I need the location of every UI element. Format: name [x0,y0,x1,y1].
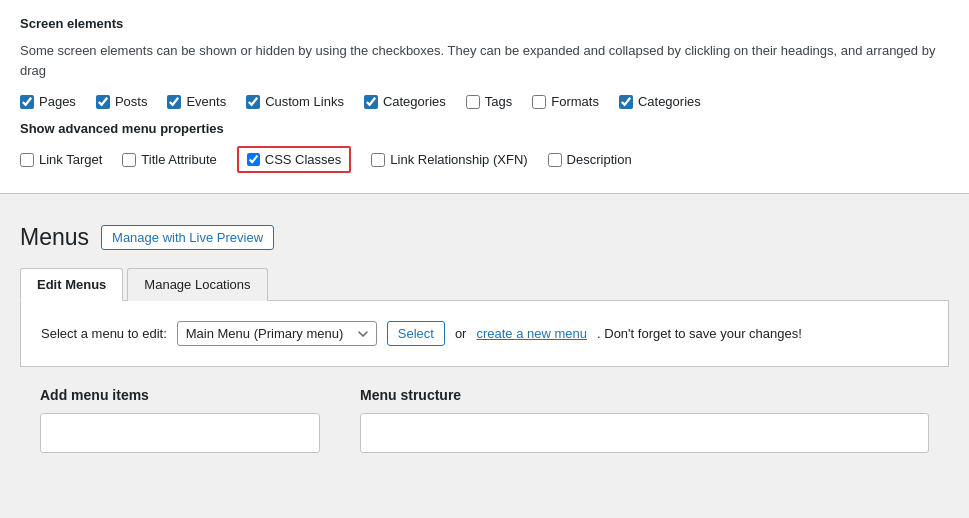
checkbox-link-relationship-input[interactable] [371,153,385,167]
checkbox-formats-input[interactable] [532,95,546,109]
add-menu-items-box [40,413,320,453]
checkbox-custom-links[interactable]: Custom Links [246,94,344,109]
add-menu-items-section: Add menu items [40,387,320,453]
tab-content: Select a menu to edit: Main Menu (Primar… [20,301,949,367]
checkbox-categories2-label: Categories [638,94,701,109]
checkbox-pages[interactable]: Pages [20,94,76,109]
checkbox-tags-input[interactable] [466,95,480,109]
checkbox-description[interactable]: Description [548,152,632,167]
checkbox-link-relationship-label: Link Relationship (XFN) [390,152,527,167]
checkbox-description-input[interactable] [548,153,562,167]
checkbox-posts-input[interactable] [96,95,110,109]
advanced-checkboxes: Link Target Title Attribute CSS Classes … [20,146,949,173]
checkbox-css-classes-input[interactable] [247,153,260,166]
save-reminder-text: . Don't forget to save your changes! [597,326,802,341]
checkbox-tags[interactable]: Tags [466,94,512,109]
main-content: Menus Manage with Live Preview Edit Menu… [0,194,969,473]
checkbox-pages-label: Pages [39,94,76,109]
select-button[interactable]: Select [387,321,445,346]
tab-manage-locations[interactable]: Manage Locations [127,268,267,301]
add-menu-items-title: Add menu items [40,387,320,403]
checkbox-events-input[interactable] [167,95,181,109]
menu-structure-section: Menu structure [360,387,929,453]
checkbox-title-attribute[interactable]: Title Attribute [122,152,216,167]
checkbox-formats-label: Formats [551,94,599,109]
checkbox-title-attribute-input[interactable] [122,153,136,167]
checkbox-posts[interactable]: Posts [96,94,148,109]
checkbox-posts-label: Posts [115,94,148,109]
checkbox-css-classes[interactable]: CSS Classes [237,146,352,173]
screen-elements-checkboxes: Pages Posts Events Custom Links Categori… [20,94,949,109]
create-new-menu-link[interactable]: create a new menu [476,326,587,341]
menu-structure-title: Menu structure [360,387,929,403]
menus-page-title: Menus [20,224,89,251]
checkbox-categories-input[interactable] [364,95,378,109]
checkbox-events[interactable]: Events [167,94,226,109]
checkbox-description-label: Description [567,152,632,167]
checkbox-categories-label: Categories [383,94,446,109]
checkbox-categories[interactable]: Categories [364,94,446,109]
checkbox-custom-links-input[interactable] [246,95,260,109]
checkbox-events-label: Events [186,94,226,109]
select-menu-label: Select a menu to edit: [41,326,167,341]
menu-select-dropdown[interactable]: Main Menu (Primary menu) [177,321,377,346]
checkbox-tags-label: Tags [485,94,512,109]
checkbox-link-target-input[interactable] [20,153,34,167]
screen-options-panel: Screen elements Some screen elements can… [0,0,969,194]
bottom-section: Add menu items Menu structure [20,367,949,473]
select-or-text: or [455,326,467,341]
tab-edit-menus[interactable]: Edit Menus [20,268,123,301]
checkbox-pages-input[interactable] [20,95,34,109]
screen-options-description: Some screen elements can be shown or hid… [20,41,949,80]
checkbox-categories2-input[interactable] [619,95,633,109]
checkbox-css-classes-label: CSS Classes [265,152,342,167]
advanced-menu-title: Show advanced menu properties [20,121,949,136]
manage-live-preview-button[interactable]: Manage with Live Preview [101,225,274,250]
checkbox-link-target[interactable]: Link Target [20,152,102,167]
checkbox-title-attribute-label: Title Attribute [141,152,216,167]
menus-tabs: Edit Menus Manage Locations [20,267,949,301]
checkbox-custom-links-label: Custom Links [265,94,344,109]
menu-structure-box [360,413,929,453]
checkbox-link-relationship[interactable]: Link Relationship (XFN) [371,152,527,167]
menus-header: Menus Manage with Live Preview [20,224,949,251]
screen-options-title: Screen elements [20,16,949,31]
checkbox-formats[interactable]: Formats [532,94,599,109]
checkbox-categories2[interactable]: Categories [619,94,701,109]
checkbox-link-target-label: Link Target [39,152,102,167]
select-menu-row: Select a menu to edit: Main Menu (Primar… [41,321,928,346]
